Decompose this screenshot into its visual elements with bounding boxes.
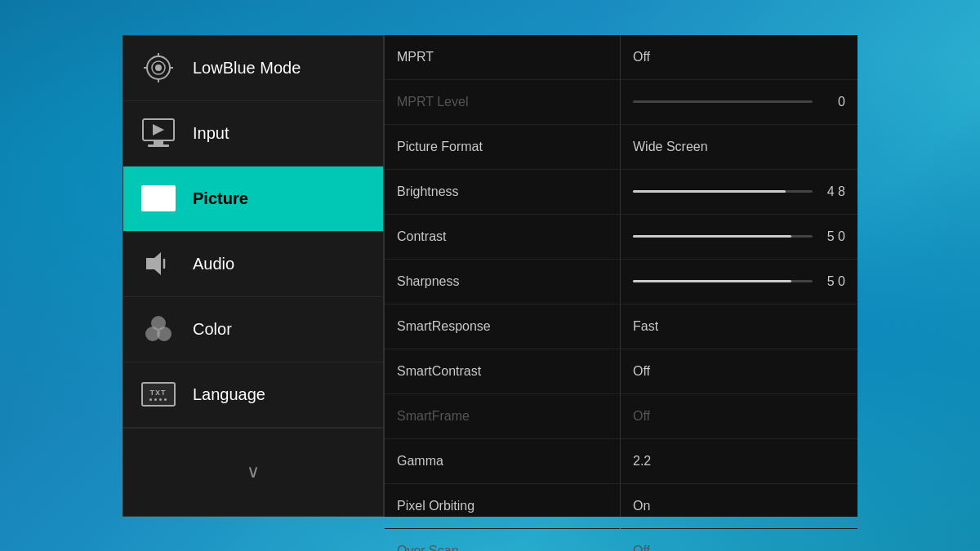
row-value-contrast[interactable]: 5 0 — [621, 215, 858, 260]
value-smartcontrast: Off — [633, 364, 845, 379]
row-label-smartframe: SmartFrame — [385, 394, 620, 439]
sidebar-label-audio: Audio — [193, 255, 234, 273]
row-label-mprt-level: MPRT Level — [385, 80, 620, 125]
svg-rect-8 — [154, 140, 163, 144]
slider-track-sharpness[interactable] — [633, 280, 813, 282]
svg-point-15 — [157, 327, 172, 341]
row-label-mprt: MPRT — [385, 35, 620, 80]
value-contrast: 5 0 — [633, 229, 845, 244]
row-value-gamma[interactable]: 2.2 — [621, 439, 858, 484]
value-sharpness: 5 0 — [633, 274, 845, 289]
right-panels: MPRT MPRT Level Picture Format Brightnes… — [384, 35, 858, 517]
sidebar-item-input[interactable]: Input — [123, 101, 383, 167]
sidebar-item-language[interactable]: TXT Language — [123, 362, 383, 428]
label-mprt: MPRT — [397, 50, 434, 64]
svg-marker-10 — [153, 124, 164, 136]
label-smartframe: SmartFrame — [397, 409, 470, 424]
value-mprt: Off — [633, 50, 845, 64]
row-label-smartcontrast: SmartContrast — [385, 349, 620, 394]
audio-icon — [140, 246, 176, 282]
sidebar-item-lowblue[interactable]: LowBlue Mode — [123, 36, 383, 101]
color-icon — [140, 311, 176, 348]
slider-number-mprt-level: 0 — [821, 95, 845, 109]
value-picture-format: Wide Screen — [633, 140, 845, 154]
sidebar-label-lowblue: LowBlue Mode — [193, 59, 301, 78]
label-contrast: Contrast — [397, 229, 446, 244]
settings-values-panel: Off 0 Wide Screen — [621, 35, 858, 517]
value-gamma: 2.2 — [633, 454, 845, 469]
row-value-over-scan[interactable]: Off — [621, 529, 858, 552]
left-panel: LowBlue Mode Input Picture — [122, 35, 384, 517]
language-icon: TXT — [140, 376, 176, 413]
svg-marker-11 — [146, 252, 161, 275]
value-over-scan: Off — [633, 544, 845, 552]
row-value-picture-format[interactable]: Wide Screen — [621, 125, 858, 170]
sidebar-item-color[interactable]: Color — [123, 297, 383, 362]
slider-track-contrast[interactable] — [633, 235, 813, 238]
row-value-pixel-orbiting[interactable]: On — [621, 484, 858, 529]
scroll-down-area[interactable]: ∨ — [123, 428, 383, 516]
settings-labels-panel: MPRT MPRT Level Picture Format Brightnes… — [384, 35, 621, 517]
svg-point-2 — [156, 65, 161, 70]
lowblue-icon — [140, 50, 176, 87]
value-brightness: 4 8 — [633, 184, 845, 199]
sidebar-label-language: Language — [193, 385, 265, 404]
slider-number-contrast: 5 0 — [821, 229, 845, 244]
sidebar-item-picture[interactable]: Picture — [123, 167, 383, 232]
sidebar-label-picture: Picture — [193, 189, 248, 208]
label-brightness: Brightness — [397, 184, 459, 199]
row-value-smartresponse[interactable]: Fast — [621, 304, 858, 349]
row-value-sharpness[interactable]: 5 0 — [621, 260, 858, 304]
row-value-mprt[interactable]: Off — [621, 35, 858, 80]
value-pixel-orbiting: On — [633, 499, 845, 513]
row-label-over-scan: Over Scan — [385, 529, 620, 552]
row-label-gamma: Gamma — [385, 439, 620, 484]
row-label-pixel-orbiting: Pixel Orbiting — [385, 484, 620, 529]
row-label-contrast: Contrast — [385, 215, 620, 260]
menu-container: LowBlue Mode Input Picture — [122, 35, 858, 517]
row-value-mprt-level[interactable]: 0 — [621, 80, 858, 125]
row-label-picture-format: Picture Format — [385, 125, 620, 170]
label-over-scan: Over Scan — [397, 544, 459, 552]
row-label-sharpness: Sharpness — [385, 260, 620, 304]
sidebar-label-color: Color — [193, 320, 232, 339]
slider-fill-sharpness — [633, 280, 791, 282]
value-smartframe: Off — [633, 409, 845, 424]
label-smartresponse: SmartResponse — [397, 319, 491, 334]
row-value-smartframe[interactable]: Off — [621, 394, 858, 439]
sidebar-label-input: Input — [193, 124, 229, 143]
label-mprt-level: MPRT Level — [397, 95, 468, 109]
slider-number-sharpness: 5 0 — [821, 274, 845, 289]
label-sharpness: Sharpness — [397, 274, 460, 289]
input-icon — [140, 115, 176, 152]
label-smartcontrast: SmartContrast — [397, 364, 481, 379]
row-value-smartcontrast[interactable]: Off — [621, 349, 858, 394]
label-pixel-orbiting: Pixel Orbiting — [397, 499, 474, 513]
slider-fill-contrast — [633, 235, 791, 238]
label-gamma: Gamma — [397, 454, 443, 469]
picture-icon — [140, 180, 176, 217]
value-smartresponse: Fast — [633, 319, 845, 334]
slider-fill-brightness — [633, 190, 786, 193]
row-label-brightness: Brightness — [385, 170, 620, 215]
slider-track-brightness[interactable] — [633, 190, 813, 193]
label-picture-format: Picture Format — [397, 140, 483, 154]
svg-rect-9 — [148, 144, 169, 147]
value-mprt-level: 0 — [633, 95, 845, 109]
slider-track-mprt-level[interactable] — [633, 100, 813, 103]
row-value-brightness[interactable]: 4 8 — [621, 170, 858, 215]
row-label-smartresponse: SmartResponse — [385, 304, 620, 349]
sidebar-item-audio[interactable]: Audio — [123, 232, 383, 297]
slider-number-brightness: 4 8 — [821, 184, 845, 199]
chevron-down-icon: ∨ — [247, 461, 260, 482]
